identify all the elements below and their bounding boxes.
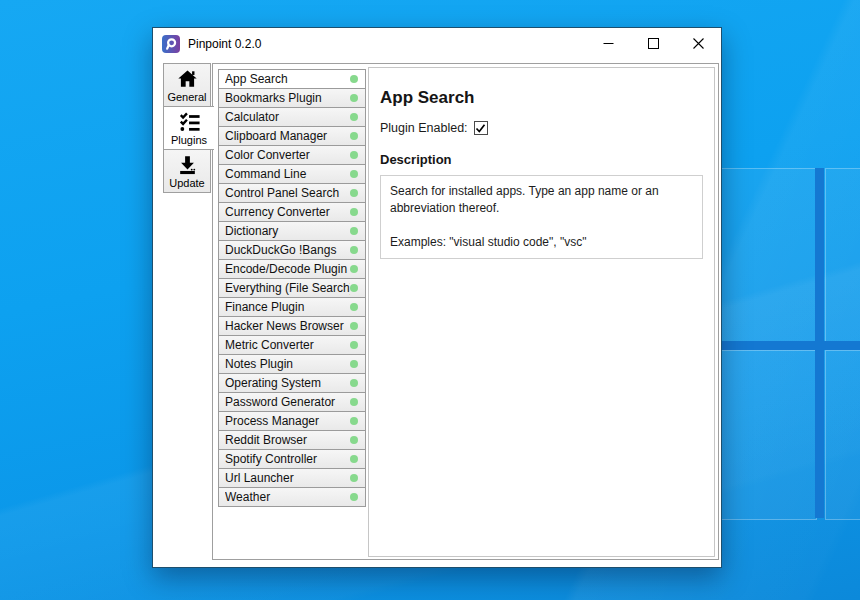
- plugin-enabled-dot: [350, 303, 358, 311]
- maximize-button[interactable]: [631, 28, 676, 59]
- plugin-list-item[interactable]: Clipboard Manager: [218, 126, 366, 146]
- plugin-enabled-checkbox[interactable]: [474, 121, 488, 135]
- plugin-enabled-dot: [350, 75, 358, 83]
- plugin-list-item[interactable]: Operating System: [218, 373, 366, 393]
- plugin-list-item[interactable]: Bookmarks Plugin: [218, 88, 366, 108]
- window-title: Pinpoint 0.2.0: [188, 37, 261, 51]
- description-text: Search for installed apps. Type an app n…: [390, 183, 693, 217]
- plugin-enabled-dot: [350, 360, 358, 368]
- plugin-name: Reddit Browser: [225, 433, 350, 447]
- plugin-name: DuckDuckGo !Bangs: [225, 243, 350, 257]
- plugin-name: Encode/Decode Plugin: [225, 262, 350, 276]
- plugin-name: Process Manager: [225, 414, 350, 428]
- plugin-enabled-dot: [350, 151, 358, 159]
- plugin-list-item[interactable]: Weather: [218, 487, 366, 507]
- windows-logo-pane: [825, 168, 860, 342]
- plugin-list-item[interactable]: Command Line: [218, 164, 366, 184]
- plugin-enabled-label: Plugin Enabled:: [380, 121, 468, 135]
- plugin-name: Hacker News Browser: [225, 319, 350, 333]
- plugin-list-item[interactable]: Process Manager: [218, 411, 366, 431]
- download-icon: [176, 154, 199, 176]
- plugin-name: Weather: [225, 490, 350, 504]
- plugin-enabled-dot: [350, 132, 358, 140]
- checklist-icon: [178, 111, 201, 133]
- plugin-name: Calculator: [225, 110, 350, 124]
- tab-update-label: Update: [169, 177, 204, 189]
- plugin-list-item[interactable]: Notes Plugin: [218, 354, 366, 374]
- plugin-list-item[interactable]: Password Generator: [218, 392, 366, 412]
- plugin-enabled-dot: [350, 322, 358, 330]
- plugin-detail-panel: App Search Plugin Enabled: Description S…: [368, 67, 715, 557]
- pinpoint-logo-icon: [162, 35, 180, 53]
- plugin-name: Notes Plugin: [225, 357, 350, 371]
- titlebar[interactable]: Pinpoint 0.2.0: [153, 28, 721, 59]
- plugins-tab-page: App Search Bookmarks Plugin Calculator C…: [212, 63, 719, 560]
- plugin-list-item[interactable]: Url Launcher: [218, 468, 366, 488]
- plugin-list-item[interactable]: Currency Converter: [218, 202, 366, 222]
- settings-tab-strip: General Plugins: [163, 63, 211, 193]
- window-body: General Plugins: [153, 59, 721, 565]
- plugin-enabled-dot: [350, 113, 358, 121]
- plugin-list-item[interactable]: Dictionary: [218, 221, 366, 241]
- plugin-enabled-dot: [350, 227, 358, 235]
- plugin-list-item[interactable]: Calculator: [218, 107, 366, 127]
- tab-update[interactable]: Update: [163, 149, 211, 193]
- plugin-name: Color Converter: [225, 148, 350, 162]
- tab-plugins-label: Plugins: [171, 134, 207, 146]
- plugin-name: Everything (File Search): [225, 281, 350, 295]
- plugin-name: App Search: [225, 72, 350, 86]
- plugin-enabled-dot: [350, 436, 358, 444]
- checkmark-icon: [475, 123, 486, 134]
- plugin-name: Spotify Controller: [225, 452, 350, 466]
- plugin-list-item[interactable]: Control Panel Search: [218, 183, 366, 203]
- plugin-list-item[interactable]: Metric Converter: [218, 335, 366, 355]
- plugin-name: Currency Converter: [225, 205, 350, 219]
- plugin-list-item[interactable]: Reddit Browser: [218, 430, 366, 450]
- plugin-enabled-row: Plugin Enabled:: [380, 121, 703, 135]
- plugin-enabled-dot: [350, 398, 358, 406]
- plugin-enabled-dot: [350, 265, 358, 273]
- plugin-list-item[interactable]: Color Converter: [218, 145, 366, 165]
- plugin-list-item[interactable]: Encode/Decode Plugin: [218, 259, 366, 279]
- home-icon: [176, 68, 199, 90]
- window-controls: [586, 28, 721, 59]
- plugin-name: Command Line: [225, 167, 350, 181]
- close-icon: [693, 38, 704, 49]
- tab-general[interactable]: General: [163, 63, 211, 107]
- plugin-list-item[interactable]: App Search: [218, 69, 366, 89]
- plugin-list-item[interactable]: DuckDuckGo !Bangs: [218, 240, 366, 260]
- maximize-icon: [648, 38, 659, 49]
- plugin-list-item[interactable]: Everything (File Search): [218, 278, 366, 298]
- windows-logo-pane: [825, 350, 860, 520]
- description-heading: Description: [380, 152, 703, 167]
- plugin-enabled-dot: [350, 246, 358, 254]
- plugin-name: Metric Converter: [225, 338, 350, 352]
- plugin-name: Clipboard Manager: [225, 129, 350, 143]
- plugin-name: Url Launcher: [225, 471, 350, 485]
- description-box: Search for installed apps. Type an app n…: [380, 175, 703, 259]
- plugin-enabled-dot: [350, 379, 358, 387]
- plugin-enabled-dot: [350, 474, 358, 482]
- plugin-name: Control Panel Search: [225, 186, 350, 200]
- plugin-enabled-dot: [350, 493, 358, 501]
- minimize-icon: [603, 38, 614, 49]
- plugin-enabled-dot: [350, 341, 358, 349]
- plugin-enabled-dot: [350, 208, 358, 216]
- plugin-enabled-dot: [350, 189, 358, 197]
- minimize-button[interactable]: [586, 28, 631, 59]
- plugin-list-item[interactable]: Hacker News Browser: [218, 316, 366, 336]
- close-button[interactable]: [676, 28, 721, 59]
- plugin-name: Finance Plugin: [225, 300, 350, 314]
- description-examples: Examples: "visual studio code", "vsc": [390, 234, 693, 251]
- plugin-enabled-dot: [350, 170, 358, 178]
- plugin-name: Dictionary: [225, 224, 350, 238]
- plugin-list-item[interactable]: Finance Plugin: [218, 297, 366, 317]
- tab-plugins[interactable]: Plugins: [163, 106, 214, 150]
- plugin-detail-title: App Search: [380, 88, 703, 108]
- plugin-enabled-dot: [350, 417, 358, 425]
- plugin-name: Bookmarks Plugin: [225, 91, 350, 105]
- plugin-enabled-dot: [350, 455, 358, 463]
- plugin-list-item[interactable]: Spotify Controller: [218, 449, 366, 469]
- plugin-name: Password Generator: [225, 395, 350, 409]
- pinpoint-window: Pinpoint 0.2.0 General: [152, 27, 722, 568]
